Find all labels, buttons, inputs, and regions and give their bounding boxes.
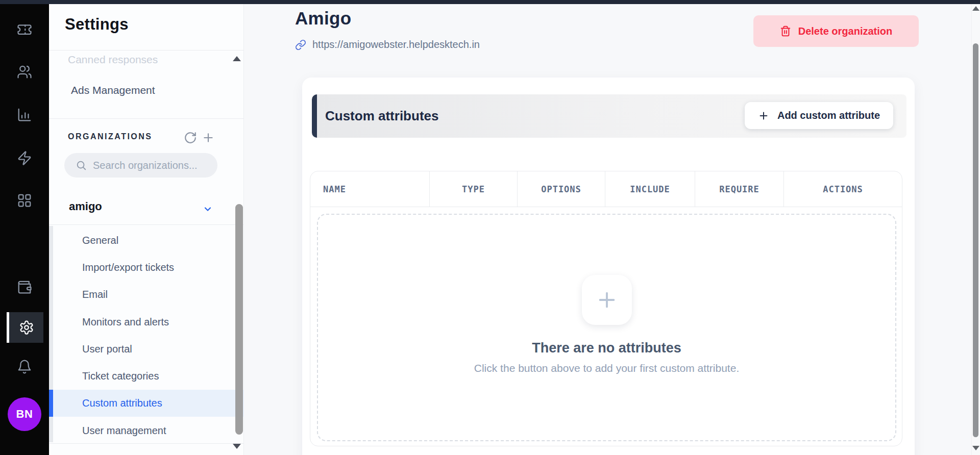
search-icon — [76, 160, 87, 171]
plus-icon — [595, 288, 619, 312]
column-header-include: INCLUDE — [605, 171, 695, 207]
sidebar-item-import-export-tickets[interactable]: Import/export tickets — [82, 254, 174, 281]
settings-active-indicator — [7, 312, 9, 343]
add-organization-icon[interactable] — [202, 131, 215, 144]
icon-rail: BN — [0, 0, 49, 455]
empty-state-subtitle: Click the button above to add your first… — [474, 362, 739, 374]
sidebar-item-user-portal[interactable]: User portal — [82, 336, 132, 363]
section-title: Custom attributes — [317, 108, 438, 124]
column-header-name: NAME — [310, 171, 430, 207]
plus-icon — [758, 110, 769, 121]
organizations-section-label: ORGANIZATIONS — [68, 132, 153, 141]
divider — [49, 50, 244, 50]
window-top-strip — [0, 0, 980, 4]
tickets-icon[interactable] — [17, 22, 32, 37]
bar-chart-icon[interactable] — [17, 107, 32, 122]
wallet-icon[interactable] — [17, 280, 32, 295]
empty-state-add-button[interactable] — [582, 275, 632, 325]
column-header-actions: ACTIONS — [784, 171, 902, 207]
users-icon[interactable] — [17, 64, 32, 80]
sidebar-item-email[interactable]: Email — [82, 281, 108, 308]
page-scrollbar-thumb[interactable] — [973, 43, 978, 437]
sidebar-scrollbar[interactable] — [235, 204, 243, 435]
link-icon — [295, 39, 306, 50]
sidebar-item-custom-attributes[interactable]: Custom attributes — [82, 390, 162, 417]
gear-icon[interactable] — [19, 320, 34, 335]
sidebar-item-user-management[interactable]: User management — [82, 417, 166, 444]
bell-icon[interactable] — [17, 359, 32, 374]
grid-apps-icon[interactable] — [17, 193, 32, 208]
page-scroll-down-arrow[interactable] — [972, 446, 979, 450]
add-custom-attribute-button[interactable]: Add custom attribute — [745, 102, 893, 129]
empty-state-dropzone: There are no attributes Click the button… — [317, 214, 896, 441]
add-custom-attribute-label: Add custom attribute — [777, 110, 880, 121]
user-avatar[interactable]: BN — [8, 397, 41, 431]
column-header-type: TYPE — [430, 171, 518, 207]
chevron-down-icon[interactable] — [203, 204, 213, 214]
sidebar-scroll-up-arrow[interactable] — [233, 56, 241, 61]
sidebar-item-canned-responses[interactable]: Canned responses — [68, 54, 158, 66]
divider — [49, 118, 244, 119]
column-header-options: OPTIONS — [518, 171, 605, 207]
divider — [49, 443, 244, 444]
column-header-require: REQUIRE — [695, 171, 784, 207]
trash-icon — [780, 26, 791, 37]
organization-url-row: https://amigowebster.helpdesktech.in — [295, 39, 480, 50]
sidebar-scroll-down-arrow[interactable] — [233, 444, 241, 449]
delete-organization-label: Delete organization — [798, 26, 892, 37]
delete-organization-button[interactable]: Delete organization — [753, 15, 919, 47]
organization-url[interactable]: https://amigowebster.helpdesktech.in — [312, 39, 480, 50]
custom-attributes-card: Custom attributes Add custom attribute N… — [302, 78, 915, 455]
attributes-table: NAME TYPE OPTIONS INCLUDE REQUIRE ACTION… — [310, 171, 902, 446]
divider — [49, 224, 244, 225]
page-scroll-up-arrow[interactable] — [972, 6, 979, 11]
page-title: Amigo — [295, 8, 351, 29]
sidebar-title: Settings — [65, 15, 129, 34]
sidebar-item-general[interactable]: General — [82, 227, 118, 254]
settings-sidebar: Settings Canned responses Ads Management… — [49, 4, 244, 455]
sidebar-item-ticket-categories[interactable]: Ticket categories — [82, 363, 159, 390]
lightning-icon[interactable] — [17, 150, 32, 166]
table-header-row: NAME TYPE OPTIONS INCLUDE REQUIRE ACTION… — [310, 171, 902, 207]
search-organizations-input[interactable] — [93, 153, 210, 178]
organization-name[interactable]: amigo — [69, 200, 102, 213]
refresh-icon[interactable] — [184, 131, 197, 144]
organization-search — [64, 153, 217, 178]
sidebar-item-monitors-and-alerts[interactable]: Monitors and alerts — [82, 309, 169, 336]
sidebar-item-ads-management[interactable]: Ads Management — [71, 84, 155, 96]
active-row-indicator — [49, 390, 53, 417]
empty-state-title: There are no attributes — [532, 340, 681, 356]
